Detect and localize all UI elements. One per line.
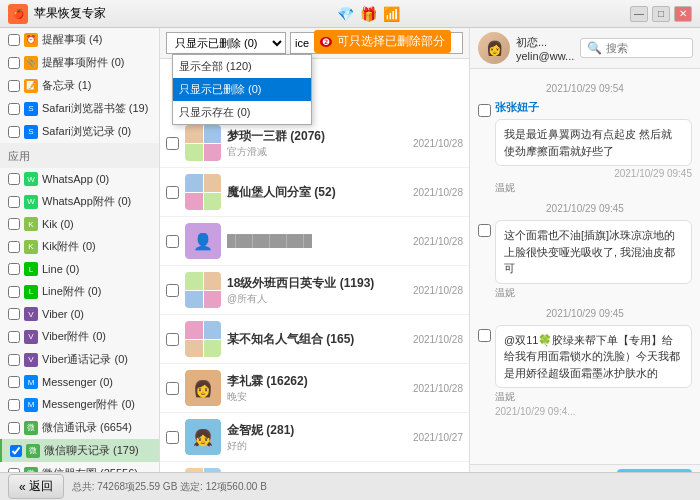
msg-checkbox-3[interactable]: [478, 329, 491, 342]
right-panel: 👩 初恋... yelin@ww... 🔍 2021/10/29 09:54 张…: [470, 28, 700, 500]
checkbox-weixin-tongxun[interactable]: [8, 422, 20, 434]
chat-item-7[interactable]: 👧 金智妮 (281) 好的 2021/10/27: [160, 413, 469, 462]
label-weixin-liaotian: 微信聊天记录 (179): [44, 443, 151, 458]
sidebar-item-tixing[interactable]: ⏰ 提醒事项 (4): [0, 28, 159, 51]
chat-meta-1: 2021/10/28: [413, 138, 463, 149]
back-button[interactable]: « 返回: [8, 474, 64, 499]
icon-weixin-liaotian: 微: [26, 444, 40, 458]
search-box[interactable]: 🔍: [580, 38, 693, 58]
sidebar-item-whatsapp-fj[interactable]: W WhatsApp附件 (0): [0, 190, 159, 213]
checkbox-chat-6[interactable]: [166, 382, 179, 395]
dropdown-item-existing[interactable]: 只显示存在 (0): [173, 101, 311, 124]
msg-content-2: 这个面霜也不油[插旗]冰珠凉凉地的上脸很快变哑光吸收了, 我混油皮都可 温妮: [495, 220, 692, 300]
sidebar-item-viber-tonghua[interactable]: V Viber通话记录 (0): [0, 348, 159, 371]
app-title: 苹果恢复专家: [34, 5, 106, 22]
chat-date-6: 2021/10/28: [413, 383, 463, 394]
checkbox-kik[interactable]: [8, 218, 20, 230]
checkbox-chat-7[interactable]: [166, 431, 179, 444]
msg-time-3: 2021/10/29 09:4...: [495, 406, 692, 417]
avatar-1: [185, 125, 221, 161]
chat-item-5[interactable]: 某不知名人气组合 (165) 2021/10/28: [160, 315, 469, 364]
chat-item-2[interactable]: 魔仙堡人间分室 (52) 2021/10/28: [160, 168, 469, 217]
filter-select[interactable]: 显示全部 (120) 只显示已删除 (0) 只显示存在 (0): [166, 32, 286, 54]
sidebar-item-weixin-tongxun[interactable]: 微 微信通讯录 (6654): [0, 416, 159, 439]
main-area: ⏰ 提醒事项 (4) 📎 提醒事项附件 (0) 📝 备忘录 (1) S Safa…: [0, 28, 700, 500]
sidebar-item-viber-fj[interactable]: V Viber附件 (0): [0, 325, 159, 348]
checkbox-whatsapp[interactable]: [8, 173, 20, 185]
checkbox-chat-1[interactable]: [166, 137, 179, 150]
chat-sub-4: @所有人: [227, 292, 407, 306]
checkbox-chat-2[interactable]: [166, 186, 179, 199]
icon-viber-tonghua: V: [24, 353, 38, 367]
chat-item-3[interactable]: 👤 ██████████ 2021/10/28: [160, 217, 469, 266]
bottom-status-text: 总共: 74268项25.59 GB 选定: 12项560.00 B: [72, 480, 267, 494]
chat-item-1[interactable]: 梦琐一三群 (2076) 官方滑减 2021/10/28: [160, 119, 469, 168]
checkbox-viber-fj[interactable]: [8, 331, 20, 343]
checkbox-messenger[interactable]: [8, 376, 20, 388]
checkbox-safari-lishi[interactable]: [8, 126, 20, 138]
close-button[interactable]: ✕: [674, 6, 692, 22]
msg-content-3: @双11🍀胶绿来帮下单【专用】给给我有用面霜锁水的洗脸）今天我都是用娇径超级面霜…: [495, 325, 692, 418]
chat-info-6: 李礼霖 (16262) 晚安: [227, 373, 407, 404]
chat-sub-6: 晚安: [227, 390, 407, 404]
sidebar-item-kik-fj[interactable]: K Kik附件 (0): [0, 235, 159, 258]
maximize-button[interactable]: □: [652, 6, 670, 22]
msg-checkbox-2[interactable]: [478, 224, 491, 237]
checkbox-tixing[interactable]: [8, 34, 20, 46]
msg-label-3: 温妮: [495, 390, 692, 404]
label-viber-tonghua: Viber通话记录 (0): [42, 352, 151, 367]
label-kik-fj: Kik附件 (0): [42, 239, 151, 254]
checkbox-line-fj[interactable]: [8, 286, 20, 298]
dropdown-item-deleted[interactable]: 只显示已删除 (0): [173, 78, 311, 101]
minimize-button[interactable]: —: [630, 6, 648, 22]
checkbox-weixin-liaotian[interactable]: [10, 445, 22, 457]
label-safari-lishi: Safari浏览记录 (0): [42, 124, 151, 139]
chat-meta-5: 2021/10/28: [413, 334, 463, 345]
sidebar-item-line-fj[interactable]: L Line附件 (0): [0, 280, 159, 303]
icon-viber-fj: V: [24, 330, 38, 344]
sidebar-item-line[interactable]: L Line (0): [0, 258, 159, 280]
checkbox-tixingfujian[interactable]: [8, 57, 20, 69]
sidebar-item-viber[interactable]: V Viber (0): [0, 303, 159, 325]
sidebar-item-safari-shuqian[interactable]: S Safari浏览器书签 (19): [0, 97, 159, 120]
checkbox-safari-shuqian[interactable]: [8, 103, 20, 115]
sidebar-item-kik[interactable]: K Kik (0): [0, 213, 159, 235]
icon-kik-fj: K: [24, 240, 38, 254]
label-safari-shuqian: Safari浏览器书签 (19): [42, 101, 151, 116]
search-field[interactable]: [606, 42, 686, 54]
checkbox-viber-tonghua[interactable]: [8, 354, 20, 366]
dropdown-item-all[interactable]: 显示全部 (120): [173, 55, 311, 78]
avatar-6: 👩: [185, 370, 221, 406]
chat-info-7: 金智妮 (281) 好的: [227, 422, 407, 453]
sidebar-item-whatsapp[interactable]: W WhatsApp (0): [0, 168, 159, 190]
checkbox-chat-5[interactable]: [166, 333, 179, 346]
sidebar-item-biji[interactable]: 📝 备忘录 (1): [0, 74, 159, 97]
checkbox-chat-4[interactable]: [166, 284, 179, 297]
chat-date-2: 2021/10/28: [413, 187, 463, 198]
chat-name-1: 梦琐一三群 (2076): [227, 128, 407, 145]
sidebar-item-tixingfujian[interactable]: 📎 提醒事项附件 (0): [0, 51, 159, 74]
sidebar-item-messenger[interactable]: M Messenger (0): [0, 371, 159, 393]
sidebar-item-safari-lishi[interactable]: S Safari浏览记录 (0): [0, 120, 159, 143]
search-icon: 🔍: [587, 41, 602, 55]
tooltip-text: 可只选择已删除部分: [337, 34, 445, 48]
checkbox-viber[interactable]: [8, 308, 20, 320]
checkbox-line[interactable]: [8, 263, 20, 275]
chat-info-2: 魔仙堡人间分室 (52): [227, 184, 407, 201]
checkbox-messenger-fj[interactable]: [8, 399, 20, 411]
chat-info-5: 某不知名人气组合 (165): [227, 331, 407, 348]
filter-dropdown-menu: 显示全部 (120) 只显示已删除 (0) 只显示存在 (0): [172, 54, 312, 125]
right-header-title: 初恋... yelin@ww...: [516, 35, 574, 62]
chat-item-6[interactable]: 👩 李礼霖 (16262) 晚安 2021/10/28: [160, 364, 469, 413]
checkbox-chat-3[interactable]: [166, 235, 179, 248]
sidebar-item-messenger-fj[interactable]: M Messenger附件 (0): [0, 393, 159, 416]
checkbox-whatsapp-fj[interactable]: [8, 196, 20, 208]
chat-item-4[interactable]: 18级外班西日英专业 (1193) @所有人 2021/10/28: [160, 266, 469, 315]
title-bar-controls[interactable]: — □ ✕: [630, 6, 692, 22]
label-kik: Kik (0): [42, 218, 151, 230]
msg-item-2: 这个面霜也不油[插旗]冰珠凉凉地的上脸很快变哑光吸收了, 我混油皮都可 温妮: [478, 220, 692, 300]
msg-checkbox-1[interactable]: [478, 104, 491, 117]
checkbox-kik-fj[interactable]: [8, 241, 20, 253]
sidebar-item-weixin-liaotian[interactable]: 微 微信聊天记录 (179): [0, 439, 159, 462]
checkbox-biji[interactable]: [8, 80, 20, 92]
